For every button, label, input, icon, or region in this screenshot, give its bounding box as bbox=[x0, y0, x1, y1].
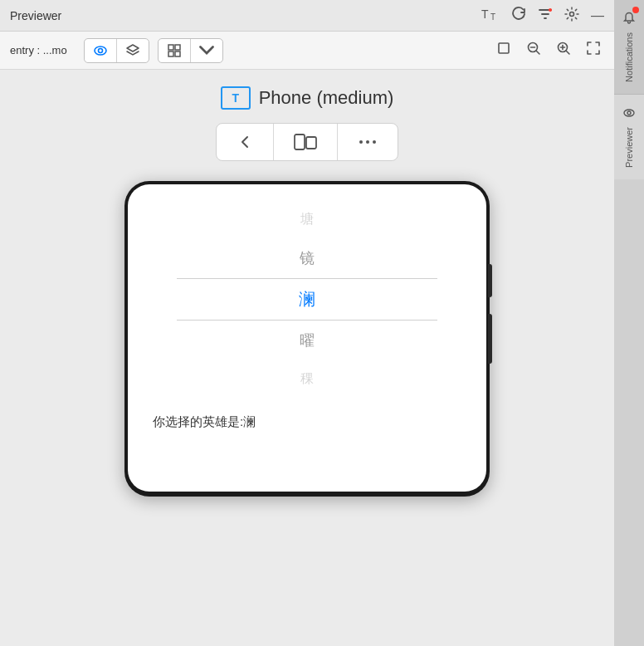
notifications-tab[interactable]: Notifications bbox=[614, 0, 644, 94]
svg-rect-9 bbox=[175, 51, 180, 56]
device-name: Phone (medium) bbox=[259, 87, 394, 109]
title-bar-icons: T T bbox=[481, 7, 604, 25]
zoom-in-button[interactable] bbox=[553, 37, 574, 63]
picker-item-0[interactable]: 塘 bbox=[144, 201, 470, 238]
settings-icon[interactable] bbox=[564, 7, 579, 25]
svg-line-17 bbox=[566, 51, 569, 54]
svg-text:T: T bbox=[481, 7, 489, 21]
filter-icon[interactable] bbox=[538, 7, 553, 25]
phone-screen: 塘 镜 澜 曜 稞 你选择的英雄是:澜 bbox=[128, 184, 486, 492]
device-label: Phone (medium) bbox=[221, 86, 394, 110]
svg-point-21 bbox=[366, 140, 369, 144]
svg-rect-19 bbox=[306, 137, 316, 149]
fit-button[interactable] bbox=[583, 37, 604, 63]
toolbar-right bbox=[493, 37, 604, 63]
svg-point-2 bbox=[549, 8, 552, 12]
phone-side-button-2 bbox=[488, 314, 492, 364]
eye-sidebar-icon bbox=[622, 106, 636, 122]
svg-line-13 bbox=[536, 51, 539, 54]
controls-row bbox=[216, 123, 398, 161]
svg-point-5 bbox=[98, 48, 102, 52]
device-type-icon bbox=[221, 86, 251, 110]
main-area: Previewer T T bbox=[0, 0, 614, 646]
more-button[interactable] bbox=[338, 129, 398, 155]
back-button[interactable] bbox=[217, 124, 274, 160]
app-title: Previewer bbox=[10, 9, 471, 22]
toolbar: entry : ...mo bbox=[0, 32, 614, 70]
view-group bbox=[84, 38, 149, 63]
previewer-tab[interactable]: Previewer bbox=[614, 95, 644, 179]
svg-rect-7 bbox=[175, 45, 180, 50]
svg-point-22 bbox=[373, 140, 376, 144]
layers-button[interactable] bbox=[117, 39, 149, 62]
title-bar: Previewer T T bbox=[0, 0, 614, 32]
bell-icon bbox=[622, 12, 636, 27]
result-text: 你选择的英雄是:澜 bbox=[128, 398, 486, 438]
breadcrumb: entry : ...mo bbox=[10, 44, 67, 56]
grid-button[interactable] bbox=[159, 39, 191, 62]
phone-side-button-1 bbox=[488, 264, 492, 297]
dropdown-button[interactable] bbox=[191, 39, 222, 62]
picker-container: 塘 镜 澜 曜 稞 bbox=[128, 201, 486, 398]
picker-item-2[interactable]: 澜 bbox=[144, 278, 470, 321]
svg-text:T: T bbox=[490, 12, 495, 22]
device-view-button[interactable] bbox=[274, 124, 338, 160]
svg-rect-10 bbox=[499, 43, 509, 53]
notifications-label: Notifications bbox=[624, 32, 634, 82]
phone-mockup: 塘 镜 澜 曜 稞 你选择的英雄是:澜 bbox=[124, 181, 490, 497]
eye-button[interactable] bbox=[85, 39, 117, 62]
grid-group bbox=[158, 38, 223, 63]
svg-point-24 bbox=[627, 111, 631, 115]
notification-dot bbox=[632, 7, 639, 13]
zoom-out-button[interactable] bbox=[523, 37, 544, 63]
svg-point-23 bbox=[624, 110, 634, 116]
svg-rect-6 bbox=[168, 45, 173, 50]
refresh-icon[interactable] bbox=[511, 7, 526, 25]
minimize-icon[interactable]: — bbox=[591, 8, 604, 23]
svg-point-4 bbox=[95, 46, 106, 55]
picker-item-3[interactable]: 曜 bbox=[144, 321, 470, 360]
svg-rect-18 bbox=[295, 135, 305, 149]
svg-rect-8 bbox=[168, 51, 173, 56]
picker-item-4[interactable]: 稞 bbox=[144, 360, 470, 398]
content-area: Phone (medium) bbox=[0, 70, 614, 646]
right-sidebar: Notifications Previewer bbox=[614, 0, 644, 646]
svg-point-20 bbox=[359, 140, 363, 144]
crop-button[interactable] bbox=[493, 37, 515, 63]
previewer-label: Previewer bbox=[624, 127, 634, 168]
svg-point-3 bbox=[570, 12, 574, 16]
picker-item-1[interactable]: 镜 bbox=[144, 238, 470, 278]
font-size-icon[interactable]: T T bbox=[481, 7, 500, 25]
